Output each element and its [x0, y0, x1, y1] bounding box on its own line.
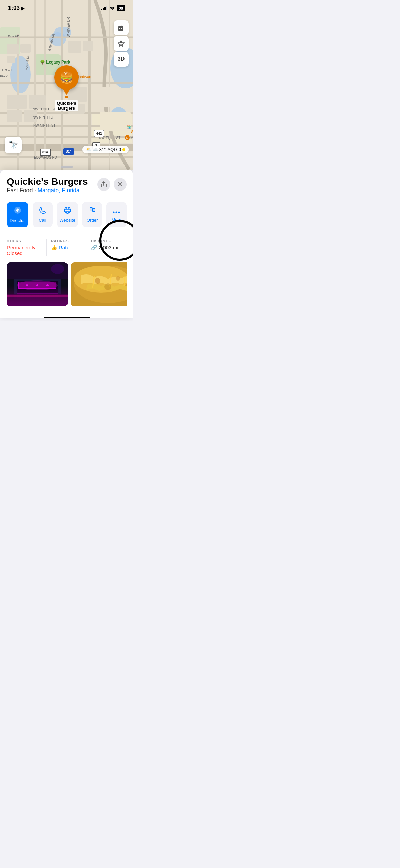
svg-rect-27: [68, 41, 81, 53]
svg-point-46: [64, 207, 71, 213]
weather-badge[interactable]: ⛅ ☁️ 81° AQI 60: [82, 146, 129, 153]
map-label-walmart: 🏪 Walmart Supercenter: [127, 124, 133, 135]
binoculars-button[interactable]: 🔭: [5, 137, 22, 153]
aqi-indicator: [122, 148, 125, 151]
map-label-marshalls: M Marshalls M: [125, 135, 133, 140]
svg-rect-64: [7, 294, 68, 306]
call-action-label: Call: [39, 218, 46, 223]
hours-value: Permanently Closed: [7, 245, 42, 256]
road-label-nw-tenth: NW TENTH ST: [33, 107, 56, 111]
directions-action-button[interactable]: Directi...: [7, 202, 28, 227]
separator: ·: [34, 187, 37, 194]
signal-bar-1: [101, 9, 102, 10]
time-display: 1:03: [8, 5, 20, 12]
svg-rect-63: [17, 293, 58, 298]
binoculars-icon: 🔭: [9, 141, 18, 149]
svg-rect-26: [7, 56, 15, 63]
order-action-button[interactable]: Order: [82, 202, 102, 227]
pin-dot: [65, 96, 68, 98]
header-buttons: [97, 178, 127, 191]
status-indicators: 98: [101, 5, 125, 11]
home-indicator: [44, 317, 90, 318]
map-pin[interactable]: 🍔 Quickie'sBurgers: [54, 65, 79, 111]
svg-point-56: [118, 211, 120, 213]
road-label-nw-ninth-ct: NW NINTH CT: [33, 115, 55, 119]
ratings-value: 👍 Rate: [51, 245, 87, 251]
distance-icon: 🔗: [91, 245, 97, 251]
distance-text: 2,003 mi: [99, 245, 118, 250]
road-label-nw-ninth-st: NW NINTH ST: [33, 124, 56, 127]
photo-2[interactable]: [71, 262, 127, 306]
svg-rect-53: [93, 209, 95, 212]
directions-button[interactable]: [114, 20, 129, 35]
location-icon: ▶: [21, 6, 24, 11]
pin-icon: 🍔: [54, 65, 79, 90]
svg-point-67: [36, 284, 38, 286]
battery-indicator: 98: [117, 5, 125, 11]
ratings-cell[interactable]: RATINGS 👍 Rate: [46, 239, 87, 256]
3d-button[interactable]: 3D: [114, 52, 129, 67]
svg-rect-38: [119, 28, 120, 29]
call-action-button[interactable]: Call: [33, 202, 53, 227]
road-label-edwards: EDWARDS RD: [34, 156, 57, 159]
svg-rect-39: [121, 28, 122, 29]
distance-value: 🔗 2,003 mi: [91, 245, 127, 251]
road-badge-441: 441: [94, 130, 104, 137]
svg-rect-25: [20, 44, 31, 53]
svg-line-76: [124, 276, 125, 286]
map-view[interactable]: 🌳 Legacy Park 🏪 Ace HardwareMargate 🍽 Pe…: [0, 0, 133, 170]
svg-rect-31: [7, 110, 22, 122]
svg-rect-28: [83, 41, 93, 51]
photos-row[interactable]: [7, 261, 127, 313]
svg-rect-35: [98, 87, 119, 107]
svg-rect-29: [7, 95, 27, 109]
distance-cell: DISTANCE 🔗 2,003 mi: [87, 239, 127, 256]
share-button[interactable]: [97, 178, 110, 191]
map-controls: 3D: [114, 20, 129, 67]
call-action-icon: [39, 206, 46, 216]
photo-1[interactable]: [7, 262, 68, 306]
location-button[interactable]: [114, 36, 129, 51]
road-badge-814-right: 814: [63, 148, 74, 155]
drag-handle[interactable]: [61, 166, 73, 168]
place-category: Fast Food · Margate, Florida: [7, 187, 88, 194]
weather-icon: ⛅: [86, 147, 91, 152]
directions-action-label: Directi...: [9, 218, 26, 223]
order-action-icon: [89, 206, 96, 216]
sheet-header: Quickie's Burgers Fast Food · Margate, F…: [7, 177, 127, 200]
svg-point-54: [113, 211, 115, 213]
website-action-button[interactable]: Website: [57, 202, 78, 227]
website-action-icon: [64, 206, 71, 216]
svg-rect-18: [88, 0, 91, 170]
rate-text: Rate: [59, 245, 70, 250]
signal-strength: [101, 6, 107, 10]
road-label-ral-dr: RAL DR: [8, 34, 19, 37]
3d-label: 3D: [118, 56, 125, 62]
place-name: Quickie's Burgers: [7, 177, 88, 187]
status-time: 1:03 ▶: [8, 5, 24, 12]
action-buttons-row: Directi... Call Website: [7, 202, 127, 227]
close-button[interactable]: [114, 178, 127, 191]
hours-cell: HOURS Permanently Closed: [7, 239, 46, 256]
svg-rect-21: [44, 0, 46, 170]
road-label-blvd: BLVD: [0, 74, 8, 77]
pin-tail: [63, 89, 70, 95]
more-action-button[interactable]: More: [106, 202, 127, 227]
ratings-label: RATINGS: [51, 239, 87, 243]
svg-point-78: [116, 276, 120, 281]
directions-action-icon: [14, 206, 22, 216]
svg-point-79: [104, 283, 111, 290]
svg-rect-36: [100, 112, 131, 131]
temperature: ☁️ 81°: [93, 147, 106, 152]
svg-point-55: [116, 211, 117, 213]
svg-rect-24: [7, 44, 19, 54]
pin-label: Quickie'sBurgers: [55, 100, 78, 111]
info-row: HOURS Permanently Closed RATINGS 👍 Rate …: [7, 234, 127, 261]
aqi-label: AQI 60: [108, 147, 121, 152]
location-link[interactable]: Margate, Florida: [38, 187, 80, 194]
road-label-river-dr: W RIVER DR: [66, 17, 70, 37]
road-badge-814-left: 814: [40, 149, 51, 156]
hours-label: HOURS: [7, 239, 42, 243]
road-label-4th-ct: 4TH CT: [1, 68, 12, 71]
signal-bar-3: [104, 7, 106, 10]
